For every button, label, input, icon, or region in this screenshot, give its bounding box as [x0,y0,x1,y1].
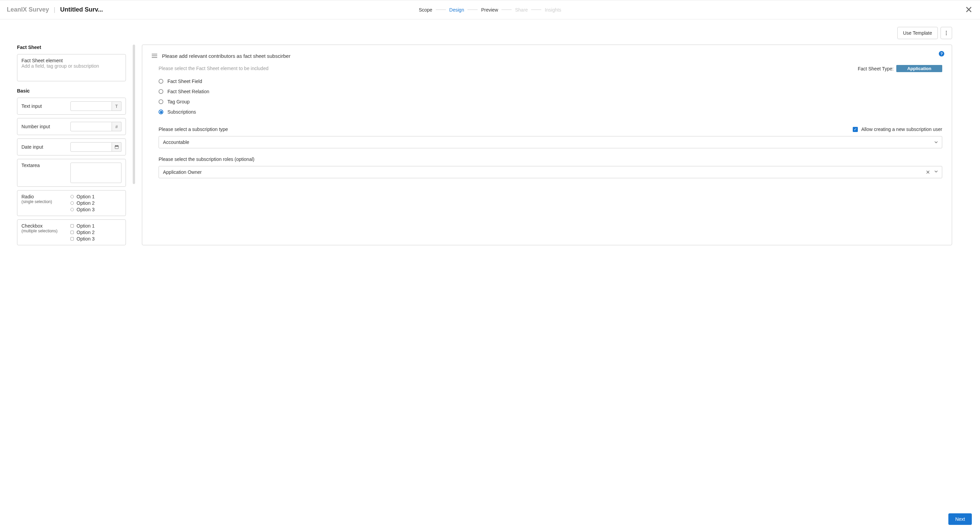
radio-option: Option 3 [76,207,95,212]
mini-input [70,142,112,152]
subscription-type-select[interactable]: Accountable [159,136,942,148]
text-input-label: Text input [21,103,67,109]
element-radio-group: Fact Sheet Field Fact Sheet Relation Tag… [152,76,942,117]
breadcrumb-separator [436,10,446,10]
palette-sidebar: Fact Sheet Fact Sheet element Add a fiel… [17,44,126,245]
radio-icon [159,109,163,114]
question-text[interactable]: Please add relevant contributors as fact… [162,53,291,59]
radio-sublabel: (single selection) [21,199,67,204]
radio-fact-sheet-relation[interactable]: Fact Sheet Relation [159,86,942,97]
radio-label: Radio [21,194,67,199]
svg-point-0 [946,31,947,32]
chevron-down-icon [934,141,938,143]
checkbox-checked-icon: ✓ [853,127,858,132]
date-input-label: Date input [21,144,67,150]
survey-title[interactable]: Untitled Surv... [60,6,103,13]
breadcrumb-separator [501,10,512,10]
section-fact-sheet: Fact Sheet [17,44,126,50]
roles-select[interactable]: Application Owner [159,166,942,178]
svg-point-1 [946,33,947,34]
checkbox-icon [70,231,74,234]
step-design[interactable]: Design [449,7,464,13]
editor-header: Please add relevant contributors as fact… [152,53,942,59]
palette-number-input[interactable]: Number input # [17,118,126,135]
roles-label: Please select the subscription roles (op… [159,157,942,162]
breadcrumb-separator [468,10,478,10]
checkbox-icon [70,237,74,241]
checkbox-option: Option 2 [76,230,95,235]
checkbox-icon [70,224,74,228]
drag-handle-icon[interactable] [152,53,157,59]
palette-date-input[interactable]: Date input [17,138,126,156]
date-input-preview [70,142,121,152]
divider: | [54,6,56,13]
more-options-button[interactable] [940,27,952,39]
radio-label: Fact Sheet Relation [167,89,209,94]
scrollbar-thumb[interactable] [133,44,135,184]
use-template-button[interactable]: Use Template [897,27,938,39]
mini-input [70,122,112,131]
radio-option: Option 1 [76,194,95,199]
mini-input [70,102,112,111]
text-addon-icon: T [112,102,121,111]
fact-sheet-title: Fact Sheet element [21,58,121,63]
radio-icon [159,99,163,104]
palette-fact-sheet-element[interactable]: Fact Sheet element Add a field, tag grou… [17,54,126,81]
radio-label: Subscriptions [167,109,196,115]
number-addon-icon: # [112,122,121,131]
allow-new-user-label: Allow creating a new subscription user [861,127,942,132]
radio-option: Option 2 [76,200,95,206]
element-hint: Please select the Fact Sheet element to … [159,66,269,71]
palette-checkbox[interactable]: Checkbox (multiple selections) Option 1 … [17,219,126,245]
sidebar-scrollbar[interactable] [133,44,135,245]
fs-type-label: Fact Sheet Type: [858,66,894,71]
textarea-label: Textarea [21,163,67,168]
step-preview[interactable]: Preview [481,7,498,13]
checkbox-sublabel: (multiple selections) [21,229,67,233]
toolbar: Use Template [0,19,980,39]
radio-icon [70,208,74,211]
step-scope[interactable]: Scope [419,7,433,13]
editor-panel: ? Please add relevant contributors as fa… [142,44,952,245]
palette-radio[interactable]: Radio (single selection) Option 1 Option… [17,190,126,216]
header-left: LeanIX Survey | Untitled Surv... [7,6,103,13]
checkbox-option: Option 1 [76,223,95,229]
help-icon[interactable]: ? [939,51,944,57]
radio-subscriptions[interactable]: Subscriptions [159,107,942,117]
roles-value: Application Owner [163,170,202,175]
chevron-down-icon [934,170,938,173]
palette-text-input[interactable]: Text input T [17,98,126,115]
clear-icon[interactable] [926,170,930,174]
breadcrumb: Scope Design Preview Share Insights [419,7,562,13]
palette-textarea[interactable]: Textarea [17,159,126,187]
breadcrumb-separator [531,10,541,10]
step-insights: Insights [545,7,561,13]
calendar-icon [112,142,121,152]
number-input-label: Number input [21,124,67,129]
radio-icon [70,202,74,205]
allow-new-user-checkbox[interactable]: ✓ Allow creating a new subscription user [853,127,942,132]
close-icon[interactable] [964,4,973,16]
radio-icon [159,89,163,94]
header: LeanIX Survey | Untitled Surv... Scope D… [0,0,980,19]
main-content: Fact Sheet Fact Sheet element Add a fiel… [0,39,980,252]
checkbox-label: Checkbox [21,223,67,229]
fact-sheet-subtitle: Add a field, tag group or subscription [21,63,121,69]
text-input-preview: T [70,102,121,111]
step-share: Share [515,7,528,13]
more-vertical-icon [946,31,947,35]
brand-label: LeanIX Survey [7,6,49,13]
checkbox-option: Option 3 [76,236,95,241]
textarea-preview [70,163,121,183]
radio-tag-group[interactable]: Tag Group [159,97,942,107]
fs-type-badge[interactable]: Application [896,65,942,72]
svg-point-2 [946,34,947,35]
radio-icon [70,195,74,198]
number-input-preview: # [70,122,121,131]
section-basic: Basic [17,88,126,94]
radio-label: Tag Group [167,99,189,105]
radio-fact-sheet-field[interactable]: Fact Sheet Field [159,76,942,86]
radio-icon [159,79,163,84]
subscription-type-label: Please select a subscription type [159,127,228,132]
subscription-type-value: Accountable [163,140,189,145]
